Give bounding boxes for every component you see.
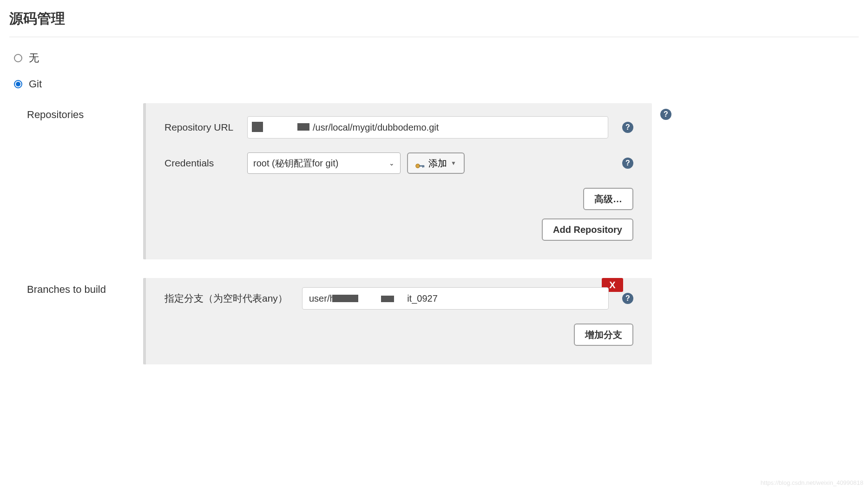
credentials-label: Credentials [164,158,247,169]
scm-option-git-label: Git [29,78,42,90]
advanced-button[interactable]: 高级… [583,188,633,210]
repo-buttons: 高级… Add Repository [164,188,633,241]
branch-buttons: 增加分支 [164,324,633,346]
branches-row: Branches to build X 指定分支（为空时代表any） ? 增加分… [9,278,859,364]
chevron-down-icon: ⌄ [389,159,395,167]
add-repository-button[interactable]: Add Repository [542,218,633,241]
redacted-block [332,295,358,302]
svg-rect-2 [422,165,423,168]
scm-option-none[interactable]: 无 [14,51,859,65]
section-title: 源码管理 [9,9,859,37]
add-credentials-button[interactable]: 添加 ▼ [407,152,465,174]
svg-rect-1 [419,165,424,167]
svg-rect-3 [424,165,425,167]
repository-url-label: Repository URL [164,122,247,133]
redacted-block [297,123,309,131]
scm-option-none-label: 无 [29,51,39,65]
repositories-label: Repositories [27,103,143,259]
scm-radio-group: 无 Git [9,51,859,90]
credentials-row: Credentials root (秘钥配置for git) ⌄ 添加 ▼ ? [164,152,633,174]
repository-url-row: Repository URL ? [164,116,633,139]
branches-label: Branches to build [27,278,143,364]
branch-spec-label: 指定分支（为空时代表any） [164,292,302,305]
branch-spec-row: 指定分支（为空时代表any） ? [164,287,633,310]
radio-icon-selected [14,80,22,88]
redacted-block [381,296,394,302]
branches-panel: X 指定分支（为空时代表any） ? 增加分支 [143,278,652,364]
scm-option-git[interactable]: Git [14,78,859,90]
svg-point-0 [416,164,420,168]
credentials-select[interactable]: root (秘钥配置for git) ⌄ [247,152,401,174]
help-icon[interactable]: ? [622,158,633,169]
radio-icon [14,54,22,62]
repositories-panel: ? Repository URL ? Credentials root (秘钥配… [143,103,652,259]
caret-down-icon: ▼ [451,160,456,166]
key-icon [415,160,425,166]
help-icon[interactable]: ? [622,122,633,133]
add-credentials-label: 添加 [428,157,447,170]
credentials-selected-value: root (秘钥配置for git) [253,157,338,170]
redacted-block [252,122,263,132]
help-icon[interactable]: ? [660,109,671,120]
repositories-row: Repositories ? Repository URL ? Credenti… [9,103,859,259]
add-branch-button[interactable]: 增加分支 [574,324,633,346]
help-icon[interactable]: ? [622,293,633,304]
